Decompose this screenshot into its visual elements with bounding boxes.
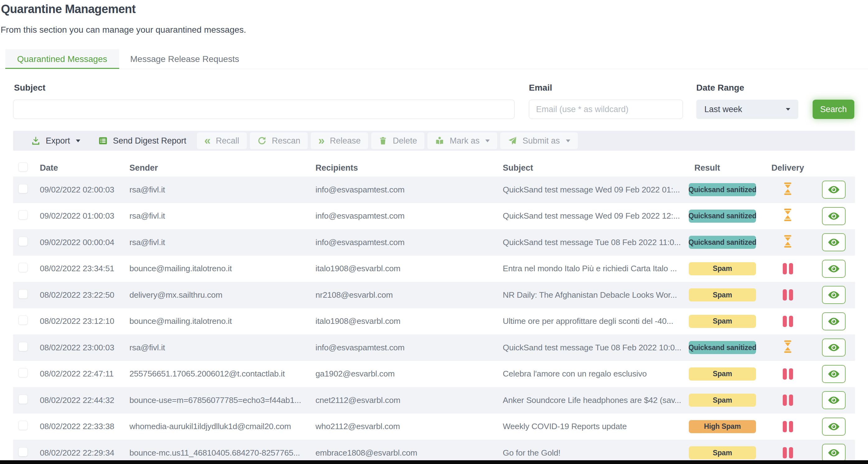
view-message-button[interactable] bbox=[822, 207, 846, 225]
table-row: 08/02/2022 22:47:11255756651.17065.20060… bbox=[13, 361, 855, 387]
result-badge: Spam bbox=[689, 262, 756, 275]
date-cell: 08/02/2022 23:12:10 bbox=[40, 316, 129, 326]
caret-down-icon bbox=[566, 140, 570, 142]
eye-icon bbox=[828, 265, 840, 273]
row-checkbox[interactable] bbox=[18, 263, 28, 272]
table-row: 08/02/2022 23:00:03rsa@fivl.itinfo@esvas… bbox=[13, 335, 855, 361]
recipients-cell: embrace1808@esvarbl.com bbox=[315, 448, 503, 458]
column-header-result: Result bbox=[682, 163, 763, 173]
row-checkbox[interactable] bbox=[18, 289, 28, 299]
column-header-sender: Sender bbox=[129, 163, 315, 173]
email-input[interactable] bbox=[529, 100, 683, 119]
recipients-cell: info@esvaspamtest.com bbox=[315, 238, 503, 247]
toolbar: Export Send Digest Report « Recall Resca… bbox=[13, 131, 855, 151]
page-title: Quarantine Management bbox=[1, 2, 136, 16]
release-button[interactable]: » Release bbox=[311, 132, 368, 149]
view-message-button[interactable] bbox=[822, 365, 846, 383]
table-row: 08/02/2022 22:44:32bounce-use=m=67856077… bbox=[13, 387, 855, 413]
row-checkbox[interactable] bbox=[18, 315, 28, 325]
table-body: 09/02/2022 02:00:03rsa@fivl.itinfo@esvas… bbox=[13, 177, 855, 464]
send-digest-report-button[interactable]: Send Digest Report bbox=[91, 132, 194, 149]
sender-cell: 255756651.17065.2006012@t.contactlab.it bbox=[129, 369, 315, 379]
view-message-button[interactable] bbox=[822, 312, 846, 330]
table-row: 08/02/2022 23:22:50delivery@mx.sailthru.… bbox=[13, 282, 855, 308]
date-cell: 08/02/2022 23:22:50 bbox=[40, 290, 129, 300]
view-message-button[interactable] bbox=[822, 286, 846, 304]
date-cell: 08/02/2022 22:44:32 bbox=[40, 396, 129, 405]
subject-input[interactable] bbox=[13, 100, 515, 119]
view-message-button[interactable] bbox=[822, 339, 846, 356]
quarantine-table: Date Sender Recipients Subject Result De… bbox=[13, 160, 855, 464]
delete-button[interactable]: Delete bbox=[371, 132, 424, 149]
result-badge: Quicksand sanitized bbox=[689, 210, 756, 223]
subject-label: Subject bbox=[14, 83, 45, 93]
date-cell: 09/02/2022 00:00:04 bbox=[40, 238, 129, 247]
table-row: 09/02/2022 00:00:04rsa@fivl.itinfo@esvas… bbox=[13, 229, 855, 256]
bottom-bar bbox=[0, 460, 868, 464]
eye-icon bbox=[828, 291, 840, 299]
view-message-button[interactable] bbox=[822, 260, 846, 278]
view-message-button[interactable] bbox=[822, 391, 846, 409]
eye-icon bbox=[828, 212, 840, 220]
mark-as-button[interactable]: Mark as bbox=[428, 132, 497, 149]
row-checkbox[interactable] bbox=[18, 395, 28, 404]
table-header: Date Sender Recipients Subject Result De… bbox=[13, 160, 855, 177]
row-checkbox[interactable] bbox=[18, 237, 28, 246]
sender-cell: bounce-use=m=67856077785=echo3=f44ab1... bbox=[129, 396, 315, 405]
eye-icon bbox=[828, 344, 840, 352]
recall-button[interactable]: « Recall bbox=[197, 132, 247, 149]
row-checkbox[interactable] bbox=[18, 184, 28, 193]
sender-cell: rsa@fivl.it bbox=[129, 238, 315, 247]
sender-cell: delivery@mx.sailthru.com bbox=[129, 290, 315, 300]
subject-cell: Go for the Gold! bbox=[503, 448, 682, 458]
page-subtitle: From this section you can manage your qu… bbox=[1, 25, 246, 35]
recipients-cell: cnet2112@esvarbl.com bbox=[315, 396, 503, 405]
eye-icon bbox=[828, 449, 840, 457]
recipients-cell: nr2108@esvarbl.com bbox=[315, 290, 503, 300]
select-all-checkbox[interactable] bbox=[18, 162, 28, 172]
row-checkbox[interactable] bbox=[18, 447, 28, 457]
sender-cell: bounce@mailing.italotreno.it bbox=[129, 264, 315, 273]
subject-cell: Ultime ore per approfittare degli sconti… bbox=[503, 316, 682, 326]
submit-as-button[interactable]: Submit as bbox=[500, 132, 578, 149]
eye-icon bbox=[828, 238, 840, 246]
eye-icon bbox=[828, 317, 840, 325]
subject-cell: Anker Soundcore Life headphones are $42 … bbox=[503, 396, 682, 405]
subject-cell: NR Daily: The Afghanistan Debacle Looks … bbox=[503, 290, 682, 300]
view-message-button[interactable] bbox=[822, 181, 846, 199]
recipients-cell: info@esvaspamtest.com bbox=[315, 343, 503, 352]
export-button[interactable]: Export bbox=[24, 132, 88, 149]
date-cell: 08/02/2022 22:47:11 bbox=[40, 369, 129, 379]
row-checkbox[interactable] bbox=[18, 210, 28, 220]
sender-cell: bounce-mc.us11_46810405.684270-8257765..… bbox=[129, 448, 315, 458]
date-cell: 08/02/2022 23:00:03 bbox=[40, 343, 129, 352]
row-checkbox[interactable] bbox=[18, 368, 28, 377]
tab-bar: Quarantined Messages Message Release Req… bbox=[0, 49, 868, 69]
table-row: 08/02/2022 22:33:38whomedia-aurukil1ildj… bbox=[13, 413, 855, 440]
date-range-label: Date Range bbox=[696, 83, 744, 93]
subject-cell: Celebra l'amore con un regalo esclusivo bbox=[503, 369, 682, 379]
column-header-subject: Subject bbox=[503, 163, 682, 173]
row-checkbox[interactable] bbox=[18, 421, 28, 430]
chevron-down-icon bbox=[786, 108, 790, 111]
search-button[interactable]: Search bbox=[813, 100, 854, 119]
recipients-cell: info@esvaspamtest.com bbox=[315, 185, 503, 195]
email-label: Email bbox=[529, 83, 552, 93]
row-checkbox[interactable] bbox=[18, 342, 28, 351]
result-badge: High Spam bbox=[689, 420, 756, 433]
tab-quarantined-messages[interactable]: Quarantined Messages bbox=[5, 49, 119, 69]
date-range-select[interactable]: Last week bbox=[696, 100, 798, 119]
view-message-button[interactable] bbox=[822, 444, 846, 462]
result-badge: Spam bbox=[689, 315, 756, 328]
view-message-button[interactable] bbox=[822, 233, 846, 251]
rescan-button[interactable]: Rescan bbox=[250, 132, 308, 149]
pause-icon bbox=[783, 368, 793, 380]
tab-message-release-requests[interactable]: Message Release Requests bbox=[121, 49, 249, 69]
date-cell: 08/02/2022 22:29:34 bbox=[40, 448, 129, 458]
hourglass-icon bbox=[783, 235, 793, 250]
result-badge: Spam bbox=[689, 368, 756, 381]
column-header-recipients: Recipients bbox=[315, 163, 503, 173]
subject-cell: QuickSand test message Tue 08 Feb 2022 1… bbox=[503, 238, 682, 247]
view-message-button[interactable] bbox=[822, 417, 846, 436]
pause-icon bbox=[783, 263, 793, 274]
